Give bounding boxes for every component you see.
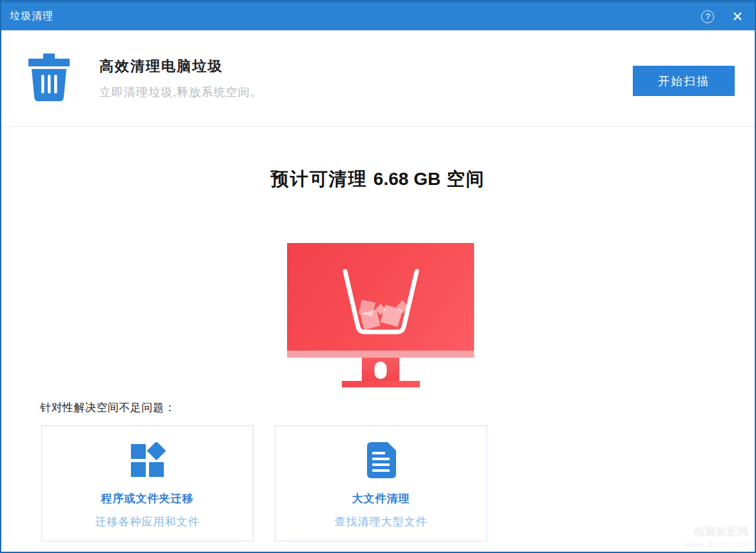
trash-bucket-icon: [287, 243, 474, 351]
section-label: 针对性解决空间不足问题：: [40, 400, 175, 415]
monitor-stand-base: [342, 381, 420, 387]
estimate-amount: 6.68 GB: [373, 169, 441, 189]
app-window: 垃圾清理 ? ✕ 高效清理电脑垃圾 立即清理垃圾,释放系统空间。 开始扫描 预计…: [0, 0, 756, 553]
card-title: 程序或文件夹迁移: [101, 491, 194, 506]
titlebar[interactable]: 垃圾清理 ? ✕: [1, 0, 755, 30]
monitor-screen: [287, 243, 474, 351]
estimate-prefix: 预计可清理: [271, 169, 373, 189]
help-icon[interactable]: ?: [701, 10, 714, 23]
monitor-stand-neck: [362, 358, 399, 381]
card-title: 大文件清理: [352, 491, 410, 506]
titlebar-controls: ? ✕: [701, 10, 755, 23]
cleanup-estimate: 预计可清理 6.68 GB 空间: [1, 167, 755, 191]
watermark-site-name: 电脑装配网: [685, 525, 749, 539]
app-grid-icon: [129, 442, 166, 478]
main-content: 预计可清理 6.68 GB 空间: [1, 127, 755, 551]
header-heading: 高效清理电脑垃圾: [99, 57, 263, 76]
card-large-file-cleanup[interactable]: 大文件清理 查找清理大型文件: [275, 425, 487, 541]
monitor-illustration: [287, 243, 474, 387]
document-icon: [364, 442, 398, 478]
window-title: 垃圾清理: [1, 10, 54, 23]
trash-can-icon: [28, 53, 70, 104]
card-program-migration[interactable]: 程序或文件夹迁移 迁移各种应用和文件: [41, 425, 254, 541]
card-subtitle: 迁移各种应用和文件: [95, 514, 200, 529]
start-scan-button[interactable]: 开始扫描: [633, 66, 735, 96]
estimate-suffix: 空间: [441, 169, 485, 189]
watermark: 电脑装配网 www.dnzp.com: [685, 525, 749, 549]
card-subtitle: 查找清理大型文件: [335, 514, 428, 529]
header: 高效清理电脑垃圾 立即清理垃圾,释放系统空间。 开始扫描: [1, 30, 755, 127]
header-text: 高效清理电脑垃圾 立即清理垃圾,释放系统空间。: [99, 57, 263, 100]
header-subheading: 立即清理垃圾,释放系统空间。: [99, 84, 263, 100]
close-icon[interactable]: ✕: [731, 10, 743, 23]
monitor-chin: [287, 351, 474, 358]
watermark-site-url: www.dnzp.com: [685, 539, 749, 549]
monitor-stand-hole: [375, 362, 387, 379]
